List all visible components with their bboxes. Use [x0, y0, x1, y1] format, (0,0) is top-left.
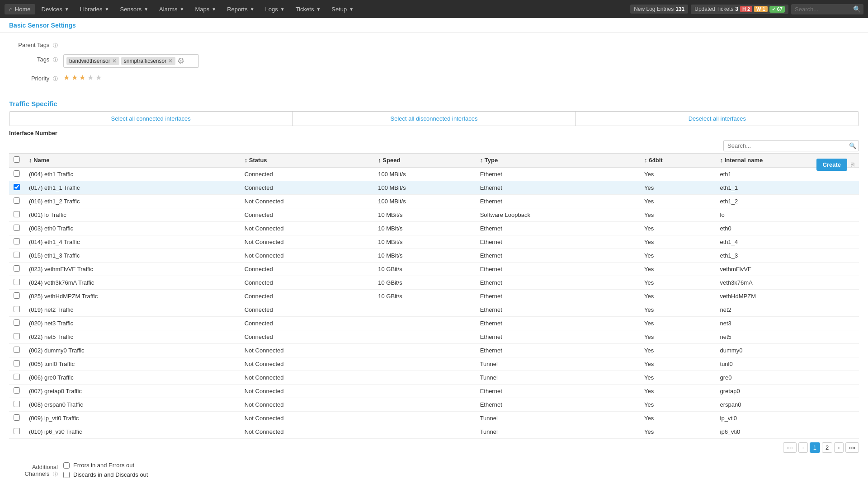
page-1-btn[interactable]: 1 — [810, 442, 820, 453]
row-checkbox[interactable] — [14, 333, 20, 339]
row-checkbox[interactable] — [14, 265, 20, 272]
nav-home[interactable]: ⌂ Home — [5, 4, 35, 14]
th-speed[interactable]: ↕ Speed — [373, 154, 475, 168]
row-checkbox-cell[interactable] — [9, 195, 24, 208]
row-checkbox[interactable] — [14, 360, 20, 366]
tag-remove[interactable]: ✕ — [112, 58, 117, 64]
nav-reports[interactable]: Reports ▼ — [222, 4, 259, 14]
ac-checkbox-discards[interactable] — [63, 472, 70, 478]
row-checkbox[interactable] — [14, 374, 20, 380]
row-checkbox-cell[interactable] — [9, 412, 24, 425]
row-type: Ethernet — [476, 181, 640, 195]
search-input[interactable] — [791, 4, 863, 14]
row-status: Connected — [240, 167, 373, 181]
row-status: Not Connected — [240, 425, 373, 439]
row-checkbox[interactable] — [14, 211, 20, 217]
tag-remove[interactable]: ✕ — [168, 58, 173, 64]
add-tag-button[interactable]: ⚙ — [177, 56, 184, 66]
th-type[interactable]: ↕ Type — [476, 154, 640, 168]
table-row: (006) gre0 Traffic Not Connected Tunnel … — [9, 371, 859, 385]
row-checkbox-cell[interactable] — [9, 181, 24, 195]
row-checkbox[interactable] — [14, 292, 20, 299]
row-checkbox-cell[interactable] — [9, 222, 24, 235]
row-checkbox-cell[interactable] — [9, 303, 24, 317]
th-name[interactable]: ↕ Name — [24, 154, 240, 168]
row-checkbox[interactable] — [14, 306, 20, 312]
nav-alarms[interactable]: Alarms ▼ — [155, 4, 189, 14]
ac-checkbox-errors[interactable] — [63, 462, 70, 469]
row-checkbox[interactable] — [14, 347, 20, 353]
nav-libraries[interactable]: Libraries ▼ — [75, 4, 114, 14]
select-all-header[interactable] — [9, 154, 24, 168]
row-status: Not Connected — [240, 357, 373, 371]
interface-search-input[interactable] — [723, 140, 859, 151]
search-icon[interactable]: 🔍 — [853, 5, 861, 13]
nav-maps[interactable]: Maps ▼ — [190, 4, 221, 14]
star-1[interactable]: ★ — [63, 74, 70, 81]
page-2-btn[interactable]: 2 — [822, 442, 832, 453]
deselect-all-btn[interactable]: Deselect all interfaces — [576, 112, 859, 126]
row-checkbox[interactable] — [14, 387, 20, 394]
row-internal: eth1_1 — [716, 181, 859, 195]
th-64bit[interactable]: ↕ 64bit — [640, 154, 715, 168]
create-button[interactable]: Create — [816, 159, 847, 171]
th-status[interactable]: ↕ Status — [240, 154, 373, 168]
updated-tickets-badge[interactable]: Updated Tickets 3 H 2 W 1 ✓ 67 — [691, 5, 788, 14]
row-checkbox[interactable] — [14, 414, 20, 421]
row-checkbox-cell[interactable] — [9, 385, 24, 398]
row-checkbox-cell[interactable] — [9, 263, 24, 276]
select-connected-btn[interactable]: Select all connected interfaces — [9, 112, 292, 126]
star-3[interactable]: ★ — [79, 74, 85, 81]
row-internal: net5 — [716, 330, 859, 344]
row-checkbox-cell[interactable] — [9, 276, 24, 290]
row-checkbox[interactable] — [14, 319, 20, 326]
row-checkbox-cell[interactable] — [9, 249, 24, 263]
nav-devices[interactable]: Devices ▼ — [37, 4, 74, 14]
row-checkbox[interactable] — [14, 170, 20, 177]
select-disconnected-btn[interactable]: Select all disconnected interfaces — [292, 112, 576, 126]
row-checkbox-cell[interactable] — [9, 235, 24, 249]
row-checkbox-cell[interactable] — [9, 344, 24, 357]
row-checkbox[interactable] — [14, 225, 20, 231]
row-checkbox[interactable] — [14, 184, 20, 190]
row-checkbox[interactable] — [14, 428, 20, 434]
row-checkbox[interactable] — [14, 238, 20, 244]
row-checkbox-cell[interactable] — [9, 371, 24, 385]
nav-logs[interactable]: Logs ▼ — [261, 4, 289, 14]
star-4[interactable]: ★ — [87, 74, 94, 81]
prev-page-btn[interactable]: ‹ — [798, 442, 807, 453]
row-type: Ethernet — [476, 290, 640, 303]
table-row: (025) vethHdMPZM Traffic Connected 10 GB… — [9, 290, 859, 303]
copy-icon[interactable]: ⎘ — [851, 161, 854, 168]
row-checkbox[interactable] — [14, 252, 20, 258]
row-checkbox-cell[interactable] — [9, 425, 24, 439]
nav-sensors[interactable]: Sensors ▼ — [115, 4, 153, 14]
row-name: (022) net5 Traffic — [24, 330, 240, 344]
row-checkbox[interactable] — [14, 197, 20, 204]
row-status: Connected — [240, 330, 373, 344]
new-log-entries-badge[interactable]: New Log Entries 131 — [630, 5, 688, 14]
row-checkbox-cell[interactable] — [9, 290, 24, 303]
row-checkbox-cell[interactable] — [9, 330, 24, 344]
star-2[interactable]: ★ — [71, 74, 78, 81]
row-type: Ethernet — [476, 303, 640, 317]
row-checkbox-cell[interactable] — [9, 167, 24, 181]
nav-setup[interactable]: Setup ▼ — [327, 4, 358, 14]
tags-container[interactable]: bandwidthsensor ✕ snmptrafficsensor ✕ ⚙ — [63, 54, 199, 68]
row-name: (003) eth0 Traffic — [24, 222, 240, 235]
row-checkbox[interactable] — [14, 279, 20, 285]
select-all-checkbox[interactable] — [14, 156, 20, 163]
search-icon[interactable]: 🔍 — [849, 142, 856, 149]
row-checkbox-cell[interactable] — [9, 208, 24, 222]
row-checkbox-cell[interactable] — [9, 357, 24, 371]
row-checkbox-cell[interactable] — [9, 398, 24, 412]
next-page-btn[interactable]: › — [834, 442, 843, 453]
priority-stars[interactable]: ★ ★ ★ ★ ★ — [63, 73, 102, 82]
last-page-btn[interactable]: »» — [845, 442, 859, 453]
row-checkbox-cell[interactable] — [9, 317, 24, 330]
row-checkbox[interactable] — [14, 401, 20, 407]
star-5[interactable]: ★ — [95, 74, 102, 81]
priority-row: Priority ⓘ ★ ★ ★ ★ ★ — [9, 73, 859, 82]
nav-tickets[interactable]: Tickets ▼ — [291, 4, 326, 14]
first-page-btn[interactable]: «« — [783, 442, 797, 453]
